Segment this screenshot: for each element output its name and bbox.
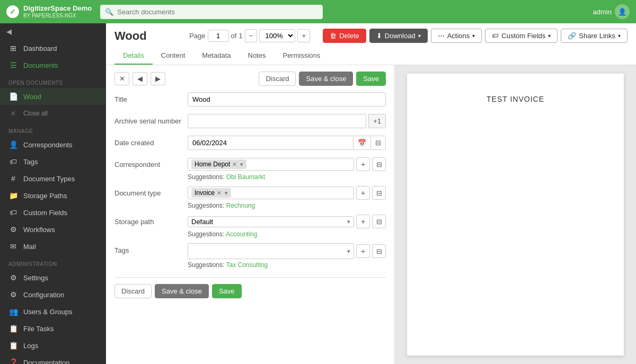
correspondent-select[interactable]: Home Depot ✕ ▾ [188, 158, 354, 171]
tab-details[interactable]: Details [114, 47, 153, 65]
sidebar-item-documents[interactable]: ☰ Documents [0, 57, 106, 74]
zoom-select[interactable]: 100% 75% 50% 150% [259, 29, 295, 42]
correspondent-remove[interactable]: ✕ [232, 161, 237, 168]
sidebar-item-file-tasks[interactable]: 📋 File Tasks [0, 320, 106, 337]
storage-suggestion-link[interactable]: Accounting [226, 230, 257, 238]
doc-icon: 📄 [8, 92, 18, 101]
sidebar-item-label: Wood [23, 93, 41, 101]
doctype-value: Invoice [195, 189, 215, 197]
trash-icon: 🗑 [330, 32, 337, 40]
search-input[interactable] [100, 5, 323, 19]
doc-title-row: Wood Page of 1 − 100% 75% 50% 150% + [114, 29, 628, 43]
doctypes-icon: # [8, 174, 18, 183]
sidebar-item-logs[interactable]: 📋 Logs [0, 337, 106, 354]
tags-add-button[interactable]: + [356, 244, 370, 258]
sidebar-item-users-groups[interactable]: 👥 Users & Groups [0, 303, 106, 320]
correspondent-filter-button[interactable]: ⊟ [372, 157, 386, 171]
sidebar-item-documentation[interactable]: ❓ Documentation [0, 354, 106, 364]
sidebar-item-wood[interactable]: 📄 Wood [0, 88, 106, 105]
share-links-button[interactable]: 🔗 Share Links [561, 29, 628, 43]
sidebar-toggle[interactable]: ◀ [0, 23, 106, 40]
main-content: Wood Page of 1 − 100% 75% 50% 150% + [106, 23, 636, 364]
sidebar-item-tags[interactable]: 🏷 Tags [0, 153, 106, 170]
next-doc-button[interactable]: ▶ [151, 72, 165, 85]
zoom-plus-button[interactable]: + [297, 29, 310, 42]
sidebar-item-document-types[interactable]: # Document Types [0, 170, 106, 187]
doctype-arrow[interactable]: ▾ [225, 190, 228, 197]
navbar: ✓ DigitizerSpace Demo BY PAPERLESS-NGX 🔍… [0, 0, 636, 23]
delete-button[interactable]: 🗑 Delete [323, 29, 366, 43]
sidebar: ◀ ⊞ Dashboard ☰ Documents OPEN DOCUMENTS… [0, 23, 106, 364]
tags-arrow[interactable]: ▾ [347, 248, 350, 255]
user-menu[interactable]: admin 👤 [593, 4, 630, 19]
sidebar-item-custom-fields[interactable]: 🏷 Custom Fields [0, 204, 106, 221]
bottom-discard-button[interactable]: Discard [114, 284, 152, 298]
correspondent-suggestion-link[interactable]: Obi Baumarkt [226, 173, 265, 181]
prev-doc-button[interactable]: ◀ [132, 72, 147, 85]
calendar-icon[interactable]: 📅 [353, 137, 370, 149]
zoom-minus-button[interactable]: − [245, 29, 258, 42]
sidebar-item-configuration[interactable]: ⚙ Configuration [0, 286, 106, 303]
correspondent-add-button[interactable]: + [356, 157, 370, 171]
sidebar-item-dashboard[interactable]: ⊞ Dashboard [0, 40, 106, 57]
content-area: ✕ ◀ ▶ Discard Save & close Save [106, 65, 636, 364]
doctype-add-button[interactable]: + [356, 186, 370, 200]
doctype-remove[interactable]: ✕ [217, 190, 222, 197]
correspondent-arrow[interactable]: ▾ [240, 161, 243, 168]
title-label: Title [114, 92, 183, 103]
doctype-filter-button[interactable]: ⊟ [372, 186, 386, 200]
storage-add-button[interactable]: + [356, 215, 370, 228]
custom-fields-button[interactable]: 🏷 Custom Fields [485, 29, 558, 43]
title-input[interactable] [188, 92, 386, 106]
mail-icon: ✉ [8, 242, 18, 251]
tab-metadata[interactable]: Metadata [193, 47, 239, 65]
custom-fields-icon: 🏷 [8, 208, 18, 217]
sidebar-item-label: Documentation [23, 359, 69, 365]
administration-heading: ADMINISTRATION [0, 255, 106, 269]
archive-input[interactable] [188, 114, 366, 128]
sidebar-close-all[interactable]: ✕ Close all [0, 105, 106, 122]
date-input-group: 📅 ⊟ [188, 136, 386, 150]
archive-addon[interactable]: +1 [368, 114, 386, 128]
tags-suggestion-link[interactable]: Tax Consulting [226, 261, 268, 269]
tab-content[interactable]: Content [153, 47, 194, 65]
correspondent-suggestion-row: Suggestions: Obi Baumarkt [188, 173, 386, 181]
date-input[interactable] [188, 136, 353, 149]
close-doc-button[interactable]: ✕ [114, 72, 129, 85]
tab-notes[interactable]: Notes [240, 47, 275, 65]
download-button[interactable]: ⬇ Download [369, 29, 428, 43]
save-button[interactable]: Save [356, 72, 386, 86]
settings-icon: ⚙ [8, 273, 18, 282]
bottom-save-button[interactable]: Save [212, 284, 242, 298]
actions-button[interactable]: ⋯ Actions [431, 29, 482, 43]
doctype-select[interactable]: Invoice ✕ ▾ [188, 187, 354, 199]
storage-filter-button[interactable]: ⊟ [372, 215, 386, 228]
bottom-save-close-button[interactable]: Save & close [155, 284, 209, 298]
storage-value: Default [191, 218, 213, 226]
title-field-row: Title [114, 92, 386, 106]
correspondent-value: Home Depot [195, 161, 230, 168]
form-panel: ✕ ◀ ▶ Discard Save & close Save [106, 65, 395, 364]
save-close-button[interactable]: Save & close [299, 72, 353, 86]
sidebar-item-workflows[interactable]: ⚙ Workflows [0, 221, 106, 238]
tab-permissions[interactable]: Permissions [274, 47, 329, 65]
page-label: Page [189, 32, 205, 40]
sidebar-item-settings[interactable]: ⚙ Settings [0, 269, 106, 286]
storage-select[interactable]: Default ▾ [188, 216, 354, 227]
close-icon: ✕ [8, 109, 18, 118]
date-filter-button[interactable]: ⊟ [370, 137, 385, 149]
sidebar-item-correspondents[interactable]: 👤 Correspondents [0, 136, 106, 153]
tags-select[interactable]: ▾ [188, 243, 354, 259]
actions-icon: ⋯ [438, 32, 445, 40]
doctype-suggestion-link[interactable]: Rechnung [226, 202, 255, 209]
tags-label: Tags [114, 243, 183, 254]
custom-fields-icon: 🏷 [492, 32, 499, 40]
storage-arrow[interactable]: ▾ [347, 218, 350, 225]
doc-tabs: Details Content Metadata Notes Permissio… [114, 47, 628, 65]
discard-button[interactable]: Discard [259, 72, 296, 86]
sidebar-item-storage-paths[interactable]: 📁 Storage Paths [0, 187, 106, 204]
docs-icon: ❓ [8, 358, 18, 364]
page-input[interactable] [208, 30, 229, 42]
sidebar-item-mail[interactable]: ✉ Mail [0, 238, 106, 255]
tags-filter-button[interactable]: ⊟ [372, 244, 386, 258]
